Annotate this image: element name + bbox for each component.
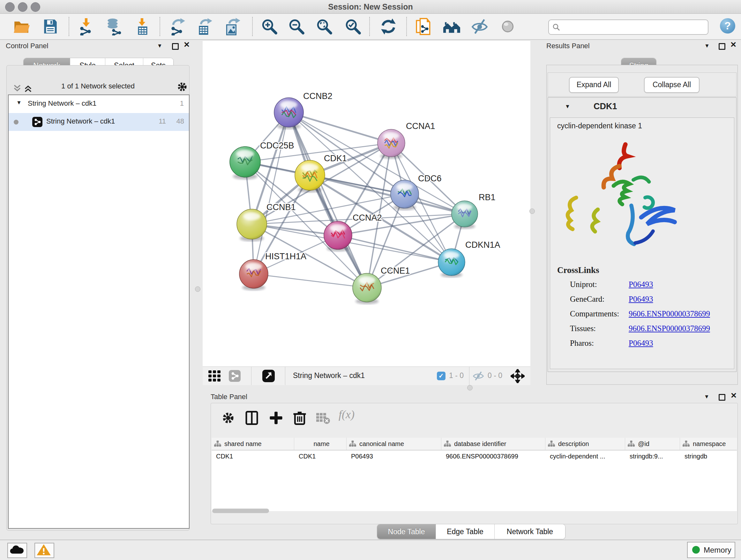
table-cell[interactable]: stringdb	[680, 450, 737, 463]
table-cell[interactable]: 9606.ENSP00000378699	[441, 450, 545, 463]
table-row[interactable]: CDK1CDK1P064939606.ENSP00000378699cyclin…	[212, 450, 737, 463]
zoom-out-icon[interactable]	[287, 17, 306, 36]
table-panel-float-icon[interactable]	[719, 394, 725, 401]
table-cell[interactable]: cyclin-dependent ...	[545, 450, 625, 463]
edge-HIST1H1A-CCNE1[interactable]	[254, 274, 367, 288]
zoom-fit-icon[interactable]	[315, 17, 333, 36]
automation-cloud-button[interactable]	[7, 543, 27, 558]
results-panel-collapse-icon[interactable]: ▼	[704, 43, 710, 49]
hide-selected-icon[interactable]	[471, 17, 488, 36]
import-database-icon[interactable]	[105, 17, 123, 36]
import-network-icon[interactable]	[77, 17, 95, 36]
node-CCNA1[interactable]: CCNA1	[378, 121, 435, 159]
node-CDKN1A[interactable]: CDKN1A	[438, 240, 500, 277]
control-panel-close-icon[interactable]: ✕	[184, 40, 190, 49]
table-cell[interactable]: P06493	[347, 450, 441, 463]
control-panel-collapse-icon[interactable]: ▼	[157, 43, 162, 49]
network-collection-row[interactable]: ▼ String Network – cdk1 1	[9, 95, 189, 113]
edge-CCNB2-HIST1H1A[interactable]	[254, 112, 289, 274]
table-cell[interactable]: CDK1	[294, 450, 347, 463]
zoom-selected-icon[interactable]	[344, 17, 362, 36]
save-session-icon[interactable]	[42, 17, 59, 36]
edge-CCNA2-CDKN1A[interactable]	[338, 235, 452, 262]
selected-checkbox-icon[interactable]: ✓	[437, 372, 446, 380]
table-panel-collapse-icon[interactable]: ▼	[704, 394, 710, 400]
crosslink-value-link[interactable]: 9606.ENSP00000378699	[629, 324, 710, 333]
column-header-name[interactable]: name	[294, 438, 347, 450]
expand-all-button[interactable]: Expand All	[569, 77, 619, 93]
node-CDC6[interactable]: CDC6	[391, 174, 442, 210]
home-icon[interactable]	[443, 17, 461, 36]
traffic-minimize-button[interactable]	[18, 2, 27, 12]
grid-view-icon[interactable]	[208, 370, 221, 382]
traffic-zoom-button[interactable]	[30, 2, 40, 12]
collapse-all-button[interactable]: Collapse All	[644, 77, 699, 93]
export-image-icon[interactable]	[223, 17, 241, 36]
crosslink-value-link[interactable]: P06493	[629, 280, 653, 289]
column-tree-icon	[444, 440, 451, 447]
tab-network-table[interactable]: Network Table	[495, 524, 565, 539]
tab-edge-table[interactable]: Edge Table	[436, 524, 495, 539]
table-panel-close-icon[interactable]: ✕	[731, 391, 737, 400]
help-icon[interactable]: ?	[720, 18, 735, 34]
column-header-shared-name[interactable]: shared name	[212, 438, 294, 450]
table-panel-title: Table Panel	[211, 393, 247, 401]
node-label-CCNB1: CCNB1	[266, 202, 296, 212]
column-header--id[interactable]: @id	[625, 438, 680, 450]
add-column-icon[interactable]	[269, 411, 283, 425]
export-table-icon[interactable]	[196, 17, 213, 36]
column-header-database-identifier[interactable]: database identifier	[441, 438, 545, 450]
zoom-in-icon[interactable]	[260, 17, 278, 36]
control-panel-float-icon[interactable]	[172, 43, 179, 50]
network-canvas[interactable]: CCNB2CCNA1CDC25BCDK1CDC6RB1CCNB1CCNA2CDK…	[203, 41, 530, 367]
node-RB1[interactable]: RB1	[452, 192, 495, 229]
table-gear-icon[interactable]	[221, 411, 235, 425]
warnings-button[interactable]	[35, 543, 54, 558]
results-panel-close-icon[interactable]: ✕	[730, 40, 737, 49]
crosslink-value-link[interactable]: 9606.ENSP00000378699	[629, 309, 710, 318]
left-splitter-handle[interactable]	[195, 287, 200, 292]
node-CCNB1[interactable]: CCNB1	[237, 202, 296, 241]
tab-node-table[interactable]: Node Table	[377, 524, 436, 539]
search-input[interactable]	[563, 21, 704, 33]
show-columns-icon[interactable]	[245, 411, 259, 425]
table-hscrollbar[interactable]	[212, 509, 269, 513]
tree-expand-icon[interactable]: ▼	[16, 100, 22, 106]
network-row-selected[interactable]: String Network – cdk1 11 48	[9, 113, 189, 131]
table-cell[interactable]: stringdb:9...	[625, 450, 680, 463]
column-header-description[interactable]: description	[545, 438, 625, 450]
birds-eye-icon[interactable]	[262, 370, 275, 382]
warning-icon	[35, 543, 52, 556]
node-label-CDKN1A: CDKN1A	[465, 240, 500, 250]
crosslink-value-link[interactable]: P06493	[629, 339, 653, 348]
export-network-icon[interactable]	[169, 17, 186, 36]
delete-column-icon[interactable]	[293, 411, 307, 425]
right-splitter-handle[interactable]	[529, 208, 535, 214]
bottom-splitter-handle[interactable]	[467, 385, 473, 390]
gear-icon[interactable]	[177, 81, 188, 92]
results-panel-float-icon[interactable]	[719, 43, 725, 50]
edge-CCNB2-CCNA1[interactable]	[289, 112, 391, 143]
import-table-icon[interactable]	[134, 17, 151, 36]
column-header-canonical-name[interactable]: canonical name	[347, 438, 441, 450]
crosslink-row: Tissues:9606.ENSP00000378699	[550, 324, 734, 339]
edge-CCNB2-CCNE1[interactable]	[289, 112, 367, 288]
open-session-icon[interactable]	[13, 17, 30, 36]
crosslink-value-link[interactable]: P06493	[629, 295, 653, 304]
function-builder-icon[interactable]: f(x)	[339, 408, 354, 421]
delete-table-icon[interactable]	[316, 411, 330, 425]
entry-collapse-icon[interactable]: ▼	[565, 104, 570, 110]
memory-button[interactable]: Memory	[687, 542, 735, 558]
search-box[interactable]	[548, 19, 709, 35]
node-HIST1H1A[interactable]: HIST1H1A	[239, 252, 307, 291]
node-CCNE1[interactable]: CCNE1	[353, 266, 410, 304]
traffic-close-button[interactable]	[5, 2, 15, 12]
refresh-icon[interactable]	[380, 17, 397, 36]
hidden-eye-icon[interactable]	[472, 371, 484, 381]
share-document-icon[interactable]	[415, 17, 433, 36]
show-all-icon[interactable]	[499, 17, 517, 36]
share-view-icon[interactable]	[229, 370, 241, 382]
table-cell[interactable]: CDK1	[212, 450, 294, 463]
column-header-namespace[interactable]: namespace	[680, 438, 737, 450]
fit-crosshair-icon[interactable]	[511, 369, 525, 383]
